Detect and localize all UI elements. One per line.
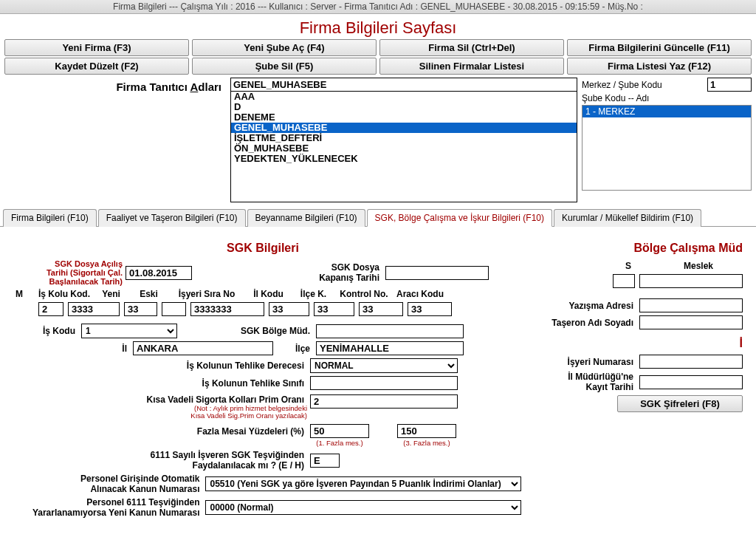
sube-kodu-adi-label: Şube Kodu -- Adı xyxy=(582,93,752,103)
m-input[interactable] xyxy=(38,302,63,316)
hdr-yeni: Yeni xyxy=(94,289,128,299)
ilce-label: İlçe xyxy=(276,344,313,354)
yazisma-adresi-label: Yazışma Adresi xyxy=(529,301,636,311)
tehlike-derece-label: İş Kolunun Tehlike Derecesi xyxy=(4,360,307,371)
fazla2-note: (3. Fazla mes.) xyxy=(397,440,456,447)
kontrol-input[interactable] xyxy=(359,302,403,316)
taseron-label: Taşeron Adı Soyadı xyxy=(529,318,636,328)
il-mud-kayit-label: İl Müdürlüğü'neKayıt Tarihi xyxy=(529,372,636,392)
yeni-sube-ac-button[interactable]: Yeni Şube Aç (F4) xyxy=(192,39,377,56)
hdr-araci: Aracı Kodu xyxy=(394,289,446,299)
oto-kanun-select[interactable]: 05510 (Yeni SGK ya göre İşveren Payından… xyxy=(205,476,521,491)
ilkodu-input[interactable] xyxy=(269,302,309,316)
firma-guncelle-button[interactable]: Firma Bilgilerini Güncelle (F11) xyxy=(567,39,752,56)
merkez-sube-kodu-label: Merkez / Şube Kodu xyxy=(582,80,703,90)
eski-input[interactable] xyxy=(162,302,186,316)
merkez-sube-kodu-input[interactable] xyxy=(707,78,752,92)
firm-list-item[interactable]: D xyxy=(231,102,577,112)
s-input[interactable] xyxy=(613,274,635,288)
fazla-mesai-label: Fazla Mesai Yüzdeleri (%) xyxy=(4,426,307,437)
is-kodu-select[interactable]: 1 xyxy=(81,324,177,338)
title-bar: Firma Bilgileri --- Çalışma Yılı : 2016 … xyxy=(0,0,756,14)
hdr-kontrol: Kontrol No. xyxy=(338,289,390,299)
hdr-ilcek: İlçe K. xyxy=(293,289,334,299)
firm-list-item[interactable]: ÖN_MUHASEBE xyxy=(231,143,577,154)
firm-list-item[interactable]: AAA xyxy=(231,92,577,102)
tab-3[interactable]: SGK, Bölge Çalışma ve İşkur Bilgileri (F… xyxy=(367,209,552,227)
tab-bar: Firma Bilgileri (F10)Faaliyet ve Taşeron… xyxy=(0,208,756,227)
is-kodu-label: İş Kodu xyxy=(4,326,78,336)
hdr-eski: Eski xyxy=(132,289,165,299)
sube-sil-button[interactable]: Şube Sil (F5) xyxy=(192,58,377,75)
sira-input[interactable] xyxy=(190,302,264,316)
firma-tanitici-list[interactable]: AAADDENEMEGENEL_MUHASEBEİŞLETME_DEFTERİÖ… xyxy=(230,92,577,202)
sgk-acilis-label: SGK Dosya AçılışTarihi (Sigortalı Çal.Ba… xyxy=(4,259,123,286)
sgk-bilgileri-title: SGK Bilgileri xyxy=(4,242,521,255)
toolbar-row-1: Yeni Firma (F3) Yeni Şube Aç (F4) Firma … xyxy=(0,39,756,58)
firma-tanitici-adlari-label: Firma Tanıtıcı Adları xyxy=(4,78,226,202)
firma-tanitici-input[interactable] xyxy=(230,78,577,92)
silinen-firmalar-button[interactable]: Silinen Firmalar Listesi xyxy=(379,58,564,75)
tab-2[interactable]: Beyanname Bilgileri (F10) xyxy=(247,209,365,227)
oto-kanun-label: Personel Girişinde OtomatikAlınacak Kanu… xyxy=(4,474,202,494)
yeni-firma-button[interactable]: Yeni Firma (F3) xyxy=(4,39,189,56)
toolbar-row-2: Kaydet Düzelt (F2) Şube Sil (F5) Silinen… xyxy=(0,58,756,76)
fazla1-note: (1. Fazla mes.) xyxy=(310,440,369,447)
firm-list-item[interactable]: GENEL_MUHASEBE xyxy=(231,123,577,133)
yeni-kanun-select[interactable]: 00000 (Normal) xyxy=(205,500,521,515)
firma-sil-button[interactable]: Firma Sil (Ctrl+Del) xyxy=(379,39,564,56)
tehlike-sinif-input[interactable] xyxy=(310,376,458,390)
firm-list-item[interactable]: İŞLETME_DEFTERİ xyxy=(231,133,577,143)
iskur-title: İ xyxy=(529,337,743,350)
bolge-calisma-title: Bölge Çalışma Müd xyxy=(529,242,743,255)
sgk-bolge-mud-input[interactable] xyxy=(316,324,464,338)
page-title: Firma Bilgileri Sayfası xyxy=(0,14,756,39)
sube-list-item-selected[interactable]: 1 - MERKEZ xyxy=(583,106,751,117)
kaydet-duzelt-button[interactable]: Kaydet Düzelt (F2) xyxy=(4,58,189,75)
isyeri-no-input[interactable] xyxy=(639,355,743,369)
tab-4[interactable]: Kurumlar / Mükellef Bildirim (F10) xyxy=(554,209,701,227)
fazla-mesai-1-input[interactable] xyxy=(310,424,369,438)
hdr-ilkodu: İl Kodu xyxy=(248,289,289,299)
kisa-vadeli-label: Kısa Vadeli Sigorta Kolları Prim Oranı xyxy=(4,394,307,405)
sgk-sifreleri-button[interactable]: SGK Şifreleri (F8) xyxy=(617,395,743,412)
tehlike-sinif-label: İş Kolunun Tehlike Sınıfı xyxy=(4,378,307,389)
il-input[interactable] xyxy=(133,341,273,355)
tesvik-6111-input[interactable] xyxy=(310,454,340,468)
kisa-vadeli-note: (Not : Aylık prim hizmet belgesindekiKıs… xyxy=(4,405,307,420)
firm-list-item[interactable]: YEDEKTEN_YÜKLENECEK xyxy=(231,154,577,164)
tab-0[interactable]: Firma Bilgileri (F10) xyxy=(3,209,97,227)
il-mud-kayit-input[interactable] xyxy=(639,375,743,389)
fazla-mesai-2-input[interactable] xyxy=(397,424,456,438)
hdr-iskolu: İş Kolu Kod. xyxy=(38,289,90,299)
tehlike-derece-select[interactable]: NORMAL xyxy=(310,358,458,373)
ilce-input[interactable] xyxy=(316,341,464,355)
hdr-m: M xyxy=(4,289,34,299)
yazisma-adresi-input[interactable] xyxy=(639,298,743,312)
firma-listesi-yaz-button[interactable]: Firma Listesi Yaz (F12) xyxy=(567,58,752,75)
hdr-s: S xyxy=(617,261,639,271)
hdr-meslek: Meslek xyxy=(654,261,743,271)
sgk-kapanis-label: SGK DosyaKapanış Tarihi xyxy=(301,262,382,283)
sgk-acilis-tarih-input[interactable] xyxy=(126,266,192,280)
isyeri-no-label: İşyeri Numarası xyxy=(529,357,636,367)
kisa-vadeli-input[interactable] xyxy=(310,394,458,409)
ilcek-input[interactable] xyxy=(314,302,354,316)
il-label: İl xyxy=(4,344,130,354)
taseron-input[interactable] xyxy=(639,315,743,329)
tab-1[interactable]: Faaliyet ve Taşeron Bilgileri (F10) xyxy=(98,209,246,227)
sgk-bolge-mud-label: SGK Bölge Müd. xyxy=(180,326,313,336)
yeni-kanun-label: Personel 6111 TeşviğindenYararlanamıyors… xyxy=(4,497,202,518)
araci-input[interactable] xyxy=(408,302,452,316)
iskolu-input[interactable] xyxy=(68,302,120,316)
hdr-sira: İşyeri Sıra No xyxy=(170,289,244,299)
firm-list-item[interactable]: DENEME xyxy=(231,112,577,123)
sube-list[interactable]: 1 - MERKEZ xyxy=(582,105,752,191)
tesvik-6111-label: 6111 Sayılı İşveren SGK TeşviğindenFayda… xyxy=(4,450,307,471)
sgk-kapanis-tarih-input[interactable] xyxy=(385,266,489,280)
meslek-input[interactable] xyxy=(639,274,743,288)
yeni-input[interactable] xyxy=(124,302,157,316)
